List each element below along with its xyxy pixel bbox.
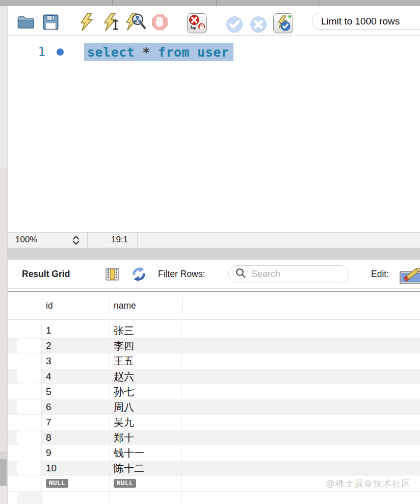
cell-id[interactable]: 6	[42, 399, 110, 415]
row-gutter[interactable]	[8, 384, 42, 399]
row-gutter-pill	[17, 369, 41, 384]
cell-name[interactable]: 郑十	[110, 430, 182, 445]
cell-name[interactable]: 张三	[110, 323, 182, 338]
table-row-new[interactable]	[8, 491, 420, 504]
cell-extra	[182, 445, 420, 461]
cell-extra	[182, 384, 420, 399]
grid-header-row: id name	[8, 292, 420, 320]
cell-name[interactable]: 吴九	[110, 415, 182, 430]
table-row[interactable]: 4赵六	[8, 369, 420, 384]
table-row[interactable]: 1张三	[8, 323, 420, 338]
refresh-icon[interactable]	[131, 267, 147, 282]
sql-selected-text[interactable]: select*fromuser	[84, 43, 233, 61]
open-file-icon[interactable]	[17, 15, 34, 30]
row-gutter[interactable]	[8, 323, 42, 338]
cell-id[interactable]: 9	[42, 445, 110, 461]
cell-name[interactable]: 赵六	[110, 369, 182, 384]
table-row[interactable]: 8郑十	[8, 430, 420, 445]
cell-name[interactable]	[110, 492, 182, 504]
row-gutter-pill	[17, 461, 41, 475]
row-gutter[interactable]	[8, 399, 42, 415]
sql-editor-pane: Limit to 1000 rows 1 select*fromuser 100…	[8, 6, 420, 504]
sql-editor[interactable]: 1 select*fromuser	[8, 36, 420, 232]
rollback-icon[interactable]	[250, 16, 267, 33]
zoom-stepper[interactable]	[72, 235, 80, 245]
null-badge: NULL	[46, 479, 68, 488]
limit-rows-dropdown[interactable]: Limit to 1000 rows	[312, 13, 420, 30]
table-row[interactable]: 2李四	[8, 338, 420, 354]
search-icon	[235, 268, 246, 281]
cell-id[interactable]: 3	[42, 354, 110, 369]
cell-id[interactable]: 5	[42, 384, 110, 399]
cell-name[interactable]: 钱十一	[110, 445, 182, 461]
edit-record-icon[interactable]	[399, 264, 420, 285]
cell-name[interactable]: 孙七	[110, 384, 182, 399]
statusbar-divider	[137, 233, 138, 247]
column-header-id[interactable]: id	[42, 292, 110, 319]
sql-token-keyword: user	[197, 45, 229, 60]
row-gutter[interactable]	[8, 430, 42, 445]
table-row[interactable]: 10陈十二	[8, 461, 420, 476]
row-gutter-pill	[17, 431, 41, 445]
filter-rows-label: Filter Rows:	[158, 260, 205, 289]
cell-id[interactable]: 2	[42, 338, 110, 354]
search-input[interactable]: Search	[228, 265, 349, 283]
cell-id[interactable]: 10	[42, 461, 110, 476]
stop-query-icon[interactable]	[151, 14, 168, 31]
table-row[interactable]: 3王五	[8, 354, 420, 369]
cell-name[interactable]: NULL	[110, 476, 182, 491]
row-gutter[interactable]	[8, 415, 42, 430]
pane-splitter[interactable]	[8, 248, 420, 260]
table-row[interactable]: 9钱十一	[8, 445, 420, 461]
row-gutter[interactable]	[8, 476, 42, 491]
cell-id[interactable]: 7	[42, 415, 110, 430]
cursor-position: 19:1	[95, 233, 144, 247]
explain-plan-icon[interactable]	[125, 13, 147, 32]
save-icon[interactable]	[43, 14, 59, 30]
row-gutter[interactable]	[8, 369, 42, 384]
cell-id[interactable]: 8	[42, 430, 110, 445]
execute-current-statement-icon[interactable]	[103, 13, 120, 31]
execute-icon[interactable]	[78, 13, 95, 31]
row-gutter[interactable]	[8, 354, 42, 369]
search-placeholder: Search	[251, 269, 280, 280]
cell-extra	[182, 415, 420, 430]
cell-id[interactable]: 4	[42, 369, 110, 384]
edit-label: Edit:	[371, 260, 389, 289]
statusbar-divider	[87, 233, 88, 247]
row-gutter[interactable]	[8, 492, 42, 504]
toggle-autocommit-icon[interactable]	[273, 13, 293, 33]
cell-id[interactable]: NULL	[42, 476, 110, 491]
table-row[interactable]: 5孙七	[8, 384, 420, 399]
table-row[interactable]: 7吴九	[8, 415, 420, 430]
row-gutter[interactable]	[8, 338, 42, 354]
cell-id[interactable]	[42, 492, 110, 504]
table-row[interactable]: 6周八	[8, 399, 420, 415]
grid-view-icon[interactable]	[106, 268, 119, 281]
row-gutter[interactable]	[8, 445, 42, 461]
row-gutter[interactable]	[8, 461, 42, 476]
null-badge: NULL	[114, 479, 136, 488]
cell-name[interactable]: 李四	[110, 338, 182, 354]
column-header-name[interactable]: name	[110, 292, 182, 319]
scrollbar-thumb[interactable]	[0, 459, 7, 486]
cell-id[interactable]: 1	[42, 323, 110, 338]
cell-extra	[182, 323, 420, 338]
statement-marker-dot	[57, 48, 64, 56]
cell-extra	[182, 399, 420, 415]
column-header-extra	[182, 292, 420, 319]
row-gutter-pill	[17, 339, 41, 353]
mysql-workbench-window: Limit to 1000 rows 1 select*fromuser 100…	[0, 0, 420, 504]
result-grid-toolbar: Result Grid Filter Rows:	[8, 260, 420, 289]
cell-name[interactable]: 王五	[110, 354, 182, 369]
row-gutter-pill	[17, 492, 41, 504]
result-grid-title: Result Grid	[22, 260, 70, 289]
zoom-level: 100%	[15, 233, 37, 247]
commit-icon[interactable]	[226, 16, 243, 33]
tab-divider	[216, 0, 217, 6]
sql-token-operator: *	[142, 45, 150, 60]
toggle-stop-on-error-icon[interactable]	[187, 13, 207, 33]
watermark-text: @稀土掘金技术社区	[326, 477, 411, 490]
cell-name[interactable]: 周八	[110, 399, 182, 415]
cell-name[interactable]: 陈十二	[110, 461, 182, 476]
